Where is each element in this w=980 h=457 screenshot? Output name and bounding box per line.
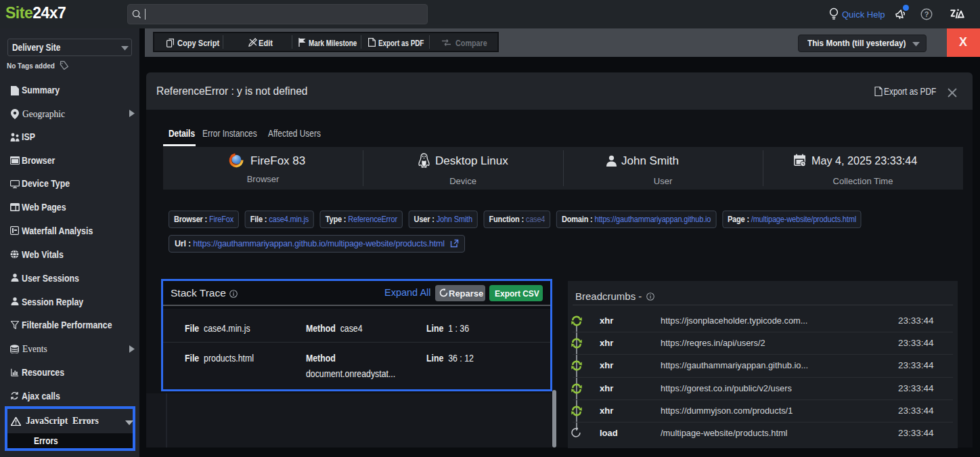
svg-text:?: ? <box>925 10 929 18</box>
